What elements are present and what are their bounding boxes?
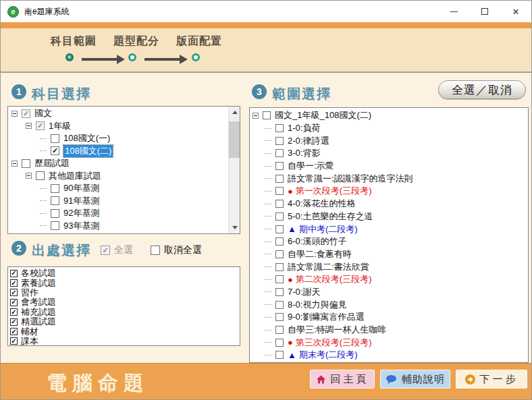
range-checkbox[interactable] (275, 149, 284, 157)
tree-item-label[interactable]: 94年基測 (63, 232, 99, 234)
source-checkbox[interactable]: ✓ (10, 308, 18, 316)
range-item-label[interactable]: 1-0:負荷 (288, 122, 320, 134)
range-tree-row[interactable]: ▲期末考(二段考) (250, 349, 528, 362)
toggle-all-button[interactable]: 全選／取消 (438, 80, 526, 99)
range-checkbox[interactable] (275, 263, 284, 271)
range-tree-row[interactable]: ▲期中考(二段考) (250, 223, 528, 235)
range-tree-row[interactable]: 國文_1年級_108國文(二) (250, 109, 528, 122)
range-item-label[interactable]: 國文_1年級_108國文(二) (275, 109, 371, 121)
range-tree-row[interactable]: 9-0:劉墉寓言作品選 (250, 311, 528, 324)
range-checkbox[interactable] (275, 313, 284, 321)
tree-checkbox[interactable] (51, 221, 59, 230)
range-checkbox[interactable] (275, 124, 284, 132)
home-button[interactable]: 回主頁 (310, 370, 375, 389)
maximize-button[interactable] (469, 1, 500, 22)
range-checkbox[interactable] (263, 111, 271, 119)
source-item-label[interactable]: 課本 (21, 335, 38, 346)
subject-tree-scrollbar[interactable] (228, 107, 240, 233)
range-item-label[interactable]: 5-0:土芭樂的生存之道 (288, 210, 373, 223)
tree-checkbox[interactable] (51, 209, 59, 218)
subject-tree-row[interactable]: ✓108國文(二) (8, 145, 228, 158)
tree-item-label[interactable]: 90年基測 (63, 182, 99, 194)
range-item-label[interactable]: 期中考(二段考) (299, 223, 358, 235)
subject-tree-row[interactable]: 歷屆試題 (8, 157, 228, 170)
minimize-button[interactable] (438, 1, 469, 22)
subject-tree-row[interactable]: 其他題庫試題 (8, 170, 228, 183)
tree-expander-icon[interactable] (26, 173, 32, 179)
range-tree-row[interactable]: 3-0:背影 (250, 147, 528, 160)
subject-tree-row[interactable]: 92年基測 (8, 207, 228, 220)
tree-checkbox[interactable] (51, 134, 59, 143)
range-tree-row[interactable]: 語文常識二:書法欣賞 (250, 260, 528, 273)
scroll-up-icon[interactable] (229, 107, 240, 118)
subject-tree-row[interactable]: ✓1年級 (8, 120, 228, 133)
range-tree-row[interactable]: 6-0:溪頭的竹子 (250, 235, 528, 248)
subject-tree-row[interactable]: 90年基測 (8, 182, 228, 195)
tree-item-label[interactable]: 108國文(一) (63, 132, 110, 144)
range-tree-row[interactable]: 自學二:食蔥有時 (250, 248, 528, 261)
tree-expander-icon[interactable] (11, 161, 18, 167)
range-tree-row[interactable]: ●第三次段考(三段考) (250, 336, 528, 349)
tree-item-label[interactable]: 92年基測 (63, 207, 99, 219)
range-tree-row[interactable]: ●第二次段考(三段考) (250, 273, 528, 286)
source-checkbox[interactable]: ✓ (10, 270, 18, 277)
subject-tree-row[interactable]: 94年基測 (8, 232, 228, 234)
tree-checkbox[interactable]: ✓ (22, 109, 30, 118)
range-checkbox[interactable] (275, 250, 284, 258)
range-item-label[interactable]: 自學一:示愛 (288, 160, 334, 172)
range-tree-row[interactable]: ●第一次段考(三段考) (250, 185, 528, 198)
tree-item-label[interactable]: 國文 (34, 107, 52, 119)
source-checkbox[interactable]: ✓ (10, 337, 18, 345)
source-list-row[interactable]: ✓素養試題 (10, 278, 240, 287)
range-item-label[interactable]: 第一次段考(三段考) (296, 185, 372, 197)
range-item-label[interactable]: 語文常識一:認識漢字的造字法則 (288, 173, 413, 185)
range-checkbox[interactable] (275, 200, 284, 208)
range-tree-row[interactable]: 自學一:示愛 (250, 160, 528, 173)
tree-item-label[interactable]: 91年基測 (63, 195, 99, 207)
tree-item-label[interactable]: 1年級 (49, 120, 71, 132)
source-list-row[interactable]: ✓輔材 (10, 326, 240, 336)
scroll-down-icon[interactable] (229, 222, 240, 233)
tree-expander-icon[interactable] (11, 111, 18, 117)
range-checkbox[interactable] (275, 175, 284, 183)
range-checkbox[interactable] (275, 187, 284, 195)
range-item-label[interactable]: 期末考(二段考) (299, 349, 358, 361)
range-item-label[interactable]: 6-0:溪頭的竹子 (288, 235, 346, 248)
range-tree-row[interactable]: 7-0:謝天 (250, 286, 528, 299)
scrollbar-thumb[interactable] (229, 121, 240, 158)
tree-expander-icon[interactable] (26, 123, 32, 129)
range-checkbox[interactable] (275, 301, 284, 309)
source-checkbox[interactable]: ✓ (10, 289, 18, 296)
range-checkbox[interactable] (275, 225, 284, 233)
range-tree-row[interactable]: 5-0:土芭樂的生存之道 (250, 210, 528, 223)
range-item-label[interactable]: 8-0:視力與偏見 (288, 299, 346, 311)
source-checkbox[interactable]: ✓ (10, 328, 18, 335)
subject-tree-row[interactable]: 108國文(一) (8, 132, 228, 145)
source-list-row[interactable]: ✓精選試題 (10, 317, 240, 326)
tree-checkbox[interactable] (36, 171, 45, 180)
range-tree-row[interactable]: 1-0:負荷 (250, 122, 528, 135)
range-checkbox[interactable] (275, 237, 284, 246)
range-item-label[interactable]: 4-0:落花生的性格 (288, 198, 355, 210)
range-item-label[interactable]: 9-0:劉墉寓言作品選 (288, 311, 364, 323)
help-button[interactable]: 輔助說明 (380, 370, 450, 389)
range-tree-row[interactable]: 4-0:落花生的性格 (250, 198, 528, 210)
range-item-label[interactable]: 語文常識二:書法欣賞 (288, 261, 369, 273)
close-button[interactable]: ✕ (500, 1, 531, 22)
source-list-row[interactable]: ✓課本 (10, 337, 240, 346)
range-checkbox[interactable] (275, 162, 284, 170)
deselect-all-checkbox[interactable]: 取消全選 (151, 244, 202, 256)
subject-tree-row[interactable]: 91年基測 (8, 195, 228, 208)
range-tree-row[interactable]: 自學三:特調一杯人生咖啡 (250, 324, 528, 337)
tree-expander-icon[interactable] (252, 113, 259, 119)
source-checkbox[interactable]: ✓ (10, 318, 18, 326)
tree-checkbox[interactable]: ✓ (51, 146, 59, 155)
tree-item-label[interactable]: 108國文(二) (63, 145, 113, 157)
range-item-label[interactable]: 7-0:謝天 (288, 286, 320, 298)
range-item-label[interactable]: 第二次段考(三段考) (296, 273, 372, 285)
range-item-label[interactable]: 自學二:食蔥有時 (288, 248, 352, 260)
range-checkbox[interactable] (275, 212, 284, 221)
range-item-label[interactable]: 自學三:特調一杯人生咖啡 (288, 324, 387, 336)
range-item-label[interactable]: 2-0:律詩選 (288, 135, 329, 147)
range-checkbox[interactable] (275, 339, 284, 347)
